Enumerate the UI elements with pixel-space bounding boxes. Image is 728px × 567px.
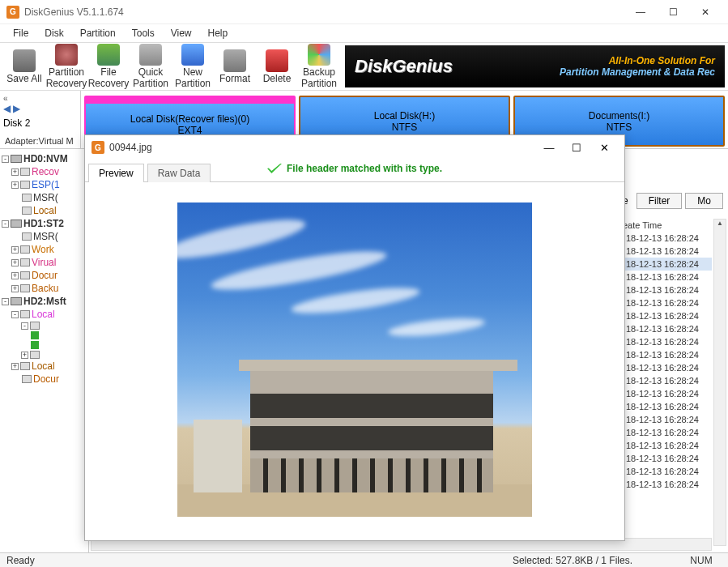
maximize-button[interactable]: ☐ (657, 1, 689, 23)
expand-icon[interactable]: + (11, 272, 19, 279)
tree-virt[interactable]: Virual (32, 257, 56, 268)
disk-tree[interactable]: -HD0:NVM +Recov +ESP(1 MSR( Local -HD1:S… (0, 149, 89, 552)
tree-msr[interactable]: MSR( (33, 192, 58, 203)
expand-icon[interactable]: + (11, 285, 19, 292)
date-row[interactable]: 18-12-13 16:28:24 (623, 284, 712, 296)
quick-partition-button[interactable]: Quick Partition (130, 44, 172, 89)
tree-docu[interactable]: Docur (32, 270, 57, 281)
tree-recov[interactable]: Recov (32, 166, 59, 177)
expand-icon[interactable]: - (11, 311, 19, 318)
file-recovery-label: File Recovery (87, 66, 130, 89)
date-row[interactable]: 18-12-13 16:28:24 (623, 439, 712, 452)
expand-icon[interactable]: - (21, 322, 28, 330)
tree-msr2[interactable]: MSR( (33, 231, 58, 242)
menu-view[interactable]: View (164, 26, 198, 40)
date-row[interactable]: 18-12-13 16:28:24 (623, 245, 712, 258)
date-row[interactable]: 18-12-13 16:28:24 (623, 400, 712, 413)
date-column: eate Time 18-12-13 16:28:2418-12-13 16:2… (623, 219, 712, 491)
preview-filename: 00944.jpg (109, 142, 535, 153)
date-row[interactable]: 18-12-13 16:28:24 (623, 478, 712, 491)
tree-hd2[interactable]: HD2:Msft (23, 296, 66, 307)
date-row[interactable]: 18-12-13 16:28:24 (623, 374, 712, 387)
date-row[interactable]: 18-12-13 16:28:24 (623, 465, 712, 478)
tab-preview[interactable]: Preview (88, 164, 144, 182)
nav-arrows[interactable]: ◀ ▶ (3, 103, 77, 114)
date-row[interactable]: 18-12-13 16:28:24 (623, 271, 712, 284)
tab-raw-data[interactable]: Raw Data (147, 164, 211, 182)
checkbox-icon[interactable] (31, 341, 39, 349)
delete-button[interactable]: Delete (256, 44, 298, 89)
tree-docu2[interactable]: Docur (33, 373, 59, 385)
menu-disk[interactable]: Disk (38, 26, 70, 40)
checkbox-icon[interactable] (31, 331, 39, 339)
expand-icon[interactable]: + (11, 168, 19, 176)
partition-icon (22, 375, 32, 383)
date-row[interactable]: 18-12-13 16:28:24 (623, 426, 712, 439)
date-row[interactable]: 18-12-13 16:28:24 (623, 232, 712, 245)
scroll-up-icon[interactable]: ▲ (714, 220, 726, 231)
new-partition-button[interactable]: New Partition (172, 44, 214, 89)
tree-loc2[interactable]: Local (32, 309, 55, 320)
tree-locb[interactable]: Local (32, 360, 55, 372)
partition3-fs: NTFS (607, 122, 632, 133)
date-row[interactable]: 18-12-13 16:28:24 (623, 335, 712, 348)
format-button[interactable]: Format (214, 44, 256, 89)
disk-icon (11, 297, 22, 305)
minimize-button[interactable]: — (624, 1, 657, 23)
vertical-scrollbar[interactable]: ▲ (713, 219, 726, 546)
expand-icon[interactable]: + (11, 363, 19, 370)
tree-hd1[interactable]: HD1:ST2 (23, 218, 64, 229)
date-row[interactable]: 18-12-13 16:28:24 (623, 296, 712, 309)
save-icon (13, 49, 36, 72)
date-row[interactable]: 18-12-13 16:28:24 (623, 348, 712, 361)
more-button[interactable]: Mo (685, 193, 723, 209)
expand-icon[interactable]: - (2, 156, 9, 163)
menu-tools[interactable]: Tools (126, 26, 161, 40)
partition-icon (20, 181, 30, 189)
menu-partition[interactable]: Partition (74, 26, 122, 40)
preview-minimize-button[interactable]: — (535, 137, 563, 158)
preview-window: G 00944.jpg — ☐ ✕ Preview Raw Data File … (84, 134, 625, 541)
expand-icon[interactable]: - (2, 298, 9, 305)
date-row[interactable]: 18-12-13 16:28:24 (623, 361, 712, 374)
expand-icon[interactable]: + (11, 181, 19, 189)
preview-close-button[interactable]: ✕ (590, 137, 618, 158)
column-header-create-time[interactable]: eate Time (623, 219, 712, 232)
quick-partition-label: Quick Partition (130, 66, 172, 89)
close-button[interactable]: ✕ (689, 1, 722, 23)
backup-icon (308, 44, 330, 66)
tree-hd0[interactable]: HD0:NVM (23, 153, 68, 164)
file-recovery-button[interactable]: File Recovery (87, 44, 130, 89)
date-row[interactable]: 18-12-13 16:28:24 (623, 452, 712, 465)
date-row[interactable]: 18-12-13 16:28:24 (623, 322, 712, 335)
tree-esp[interactable]: ESP(1 (32, 179, 60, 190)
menu-help[interactable]: Help (202, 26, 235, 40)
format-label: Format (219, 73, 250, 84)
date-row[interactable]: 18-12-13 16:28:24 (623, 309, 712, 322)
preview-tabs: Preview Raw Data File header matched wit… (85, 160, 624, 182)
tree-work[interactable]: Work (32, 244, 54, 255)
backup-partition-button[interactable]: Backup Partition (298, 44, 340, 89)
expand-icon[interactable]: + (11, 246, 19, 254)
partition-icon (30, 322, 40, 330)
preview-titlebar[interactable]: G 00944.jpg — ☐ ✕ (85, 135, 624, 160)
preview-image (177, 202, 532, 517)
expand-icon[interactable]: - (2, 220, 9, 228)
status-selected: Selected: 527.8KB / 1 Files. (513, 555, 632, 566)
menu-file[interactable]: File (6, 26, 35, 40)
date-row[interactable]: 18-12-13 16:28:24 (623, 258, 712, 271)
banner-tagline: All-In-One Solution For Partition Manage… (560, 55, 715, 78)
filter-button[interactable]: Filter (636, 193, 683, 209)
expand-icon[interactable]: + (11, 259, 19, 266)
tree-local[interactable]: Local (33, 205, 57, 216)
partition-icon (22, 207, 32, 215)
date-row[interactable]: 18-12-13 16:28:24 (623, 387, 712, 400)
banner-brand: DiskGenius (355, 56, 453, 77)
delete-icon (266, 49, 288, 72)
tree-back[interactable]: Backu (32, 283, 58, 294)
date-row[interactable]: 18-12-13 16:28:24 (623, 413, 712, 426)
save-all-button[interactable]: Save All (3, 44, 45, 89)
preview-maximize-button[interactable]: ☐ (563, 137, 590, 158)
expand-icon[interactable]: + (21, 352, 28, 359)
partition-recovery-button[interactable]: Partition Recovery (45, 44, 87, 89)
